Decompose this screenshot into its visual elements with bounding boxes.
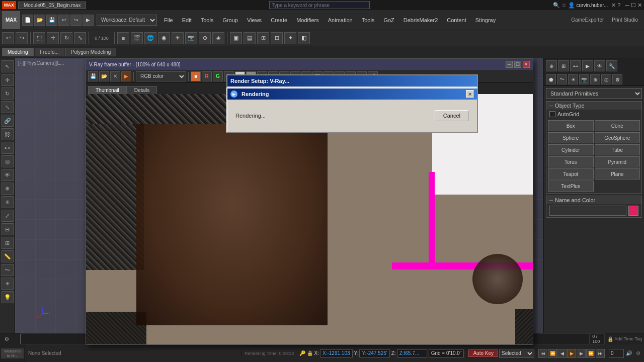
obj-plane-btn[interactable]: Plane (595, 168, 640, 179)
time-config-icon[interactable]: ⚙ (634, 349, 642, 357)
obj-teapot-btn[interactable]: Teapot (548, 168, 594, 179)
rp-tools-icon[interactable]: 🔧 (606, 60, 617, 71)
current-time-field[interactable]: 0 (609, 349, 624, 358)
obj-geosphere-btn[interactable]: GeoSphere (595, 132, 640, 143)
rp-display-icon[interactable]: 👁 (594, 60, 605, 71)
array-tool[interactable]: ⊞ (2, 237, 14, 249)
render3-icon[interactable]: ▣ (230, 32, 242, 44)
close2-icon[interactable]: ✕ (611, 2, 616, 9)
layer-icon[interactable]: ≡ (117, 32, 129, 44)
z-coord-value[interactable]: Z:I65.7... (397, 349, 427, 357)
render-cancel-btn[interactable]: Cancel (435, 110, 469, 121)
light-icon[interactable]: ☀ (172, 32, 184, 44)
obj-sphere-btn[interactable]: Sphere (548, 132, 594, 143)
undo-btn[interactable]: ↩ (2, 32, 14, 44)
print-studio-btn[interactable]: Print Studio (608, 16, 642, 24)
minimize-icon[interactable]: ─ (625, 2, 629, 9)
object-type-section-header[interactable]: ─ Object Type (546, 102, 641, 110)
measure-tool[interactable]: 📏 (2, 250, 14, 262)
render4-icon[interactable]: ▤ (244, 32, 256, 44)
unlink-tool[interactable]: ⛓ (2, 128, 14, 140)
tab-modeling[interactable]: Modeling (2, 48, 34, 56)
light-tool2[interactable]: 💡 (2, 291, 14, 303)
add-time-tag-text[interactable]: Add Time Tag (614, 336, 642, 341)
color-swatch[interactable] (628, 206, 638, 216)
rp-space-icon[interactable]: ◎ (601, 74, 611, 84)
rp-hierarchy-icon[interactable]: ⊷ (570, 60, 581, 71)
vray-minimize-btn[interactable]: ─ (506, 61, 513, 68)
select-icon[interactable]: ⬚ (33, 32, 45, 44)
scale-tool[interactable]: ⤡ (2, 101, 14, 113)
mirror-tool[interactable]: ⤢ (2, 210, 14, 222)
menu-create[interactable]: Create (267, 15, 291, 26)
space-icon[interactable]: ◈ (212, 32, 224, 44)
workspace-dropdown[interactable]: Workspace: Default (97, 15, 157, 26)
name-color-section-header[interactable]: ─ Name and Color (546, 196, 641, 204)
x-coord-value[interactable]: X:-1291.103 (320, 349, 353, 357)
file-tab[interactable]: Module05_05_Begin.max (18, 2, 86, 9)
autogrid-checkbox[interactable] (549, 111, 555, 117)
obj-box-btn[interactable]: Box (548, 120, 594, 131)
hide-tool[interactable]: 👁 (2, 169, 14, 181)
render6-icon[interactable]: ⊟ (271, 32, 283, 44)
curve-tool[interactable]: 〜 (2, 264, 14, 276)
vt-render-icon[interactable]: ▶ (121, 71, 131, 81)
render5-icon[interactable]: ⊞ (257, 32, 269, 44)
obj-pyramid-btn[interactable]: Pyramid (595, 156, 640, 167)
menu-animation[interactable]: Animation (324, 15, 357, 26)
search-input[interactable] (269, 1, 370, 9)
vt-save-icon[interactable]: 💾 (88, 71, 98, 81)
redo-icon[interactable]: ↪ (70, 15, 82, 26)
menu-file[interactable]: File (160, 15, 177, 26)
play-last-btn[interactable]: ⏭ (596, 349, 605, 358)
vt-color-icon[interactable]: ■ (191, 71, 201, 81)
rp-helper-icon[interactable]: ⊕ (590, 74, 600, 84)
timeline-config-icon[interactable]: ⚙ (2, 334, 11, 343)
app-icon[interactable]: MAX (2, 11, 20, 29)
rp-cam-icon[interactable]: 📷 (579, 74, 589, 84)
rotate-icon[interactable]: ↻ (60, 32, 72, 44)
render2-icon[interactable]: 🎬 (131, 32, 143, 44)
menu-tools[interactable]: Tools (197, 15, 218, 26)
help-icon[interactable]: ? (617, 2, 620, 8)
vray-close-btn[interactable]: ✕ (523, 61, 530, 68)
menu-modifiers[interactable]: Modifiers (292, 15, 323, 26)
play-next-frame-btn[interactable]: ▶ (577, 349, 586, 358)
play-prev-frame-btn[interactable]: ◀ (557, 349, 567, 358)
autokey-btn[interactable]: Auto Key (468, 349, 498, 357)
open-icon[interactable]: 📂 (34, 15, 45, 26)
cam-icon[interactable]: 📷 (185, 32, 197, 44)
primitives-type-dropdown[interactable]: Standard Primitives (546, 88, 642, 99)
vt-g-icon[interactable]: G (213, 71, 223, 81)
render8-icon[interactable]: ◧ (298, 32, 310, 44)
vt-r-icon[interactable]: R (202, 71, 212, 81)
env-icon[interactable]: 🌐 (144, 32, 156, 44)
rp-light-icon[interactable]: ☀ (568, 74, 578, 84)
menu-goz[interactable]: GoZ (379, 15, 398, 26)
play-prev-btn[interactable]: ⏪ (548, 349, 557, 358)
render-dialog-close-btn[interactable]: ✕ (466, 90, 474, 98)
new-icon[interactable]: 📄 (22, 15, 33, 26)
vt-open-icon[interactable]: 📂 (99, 71, 109, 81)
sun-tool[interactable]: ☀ (2, 278, 14, 290)
tab-polygon[interactable]: Polygon Modeling (65, 48, 117, 56)
menu-views[interactable]: Views (243, 15, 266, 26)
isolate-tool[interactable]: ◎ (2, 155, 14, 167)
render-icon[interactable]: ▶ (83, 15, 94, 26)
bind-tool[interactable]: ⊷ (2, 142, 14, 154)
obj-torus-btn[interactable]: Torus (548, 156, 594, 167)
matlib-icon[interactable]: ◉ (158, 32, 170, 44)
freeze-tool[interactable]: ❄ (2, 183, 14, 195)
vray-tab-thumbnail[interactable]: Thumbnail (88, 86, 127, 94)
vray-tab-details[interactable]: Details (127, 86, 157, 94)
rp-geo-icon[interactable]: ⬟ (546, 74, 556, 84)
play-first-btn[interactable]: ⏮ (538, 349, 547, 358)
rp-shape-icon[interactable]: 〜 (557, 74, 567, 84)
y-coord-value[interactable]: Y:-247.525' (359, 349, 389, 357)
align-tool[interactable]: ⊟ (2, 223, 14, 235)
menu-tools2[interactable]: Tools (358, 15, 379, 26)
key-mode-dropdown[interactable]: Selected (499, 349, 534, 358)
rp-motion-icon[interactable]: ▶ (582, 60, 593, 71)
move-tool[interactable]: ✛ (2, 74, 14, 86)
vray-maximize-btn[interactable]: ☐ (514, 61, 521, 68)
